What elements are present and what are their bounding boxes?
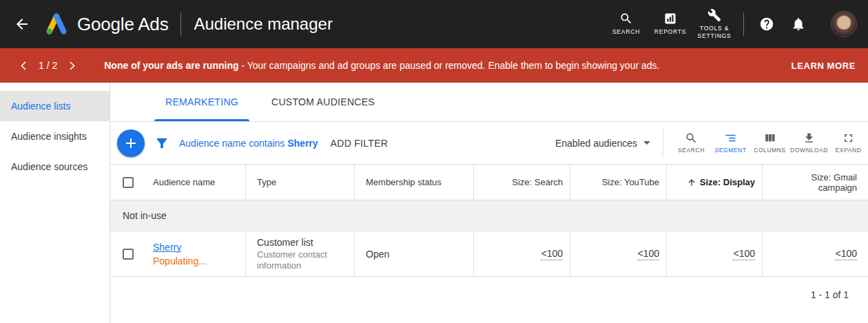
group-label: Not in-use xyxy=(123,210,167,221)
nav-search-button[interactable]: SEARCH xyxy=(604,12,648,36)
product-name: Google Ads xyxy=(77,14,168,35)
plus-icon xyxy=(123,135,139,152)
audience-view-dropdown[interactable]: Enabled audiences xyxy=(555,138,650,149)
bell-icon xyxy=(791,17,806,32)
table-expand-button[interactable]: EXPAND xyxy=(829,132,868,154)
nav-divider xyxy=(743,12,744,36)
table-segment-button[interactable]: SEGMENT xyxy=(711,132,750,154)
type-value: Customer list xyxy=(257,237,347,248)
banner-message: None of your ads are running - Your camp… xyxy=(104,60,659,71)
column-header-membership-status[interactable]: Membership status xyxy=(354,165,473,200)
membership-status-value: Open xyxy=(366,249,389,260)
view-dropdown-value: Enabled audiences xyxy=(555,138,637,149)
sort-ascending-icon xyxy=(687,178,696,187)
toolbar-divider xyxy=(663,129,663,158)
banner-message-bold: None of your ads are running xyxy=(104,60,238,71)
filter-label: Audience name contains xyxy=(179,138,285,149)
column-header-size-search[interactable]: Size: Search xyxy=(473,165,570,200)
page-title: Audience manager xyxy=(194,14,332,34)
active-filter-chip[interactable]: Audience name contains Sherry xyxy=(179,138,318,149)
banner-pager: 1 / 2 xyxy=(18,59,78,73)
download-icon xyxy=(803,132,816,145)
back-arrow-icon xyxy=(14,16,30,32)
cell-type: Customer list Customer contact informati… xyxy=(245,231,354,276)
sidebar-item-label: Audience insights xyxy=(11,131,87,142)
size-display-value: <100 xyxy=(733,248,755,260)
add-audience-button[interactable] xyxy=(117,129,145,157)
sidebar-item-label: Audience lists xyxy=(11,101,70,112)
help-icon xyxy=(759,17,774,32)
column-label[interactable]: Audience name xyxy=(153,177,215,187)
cell-size-youtube: <100 xyxy=(570,231,666,276)
tab-remarketing[interactable]: REMARKETING xyxy=(149,83,255,121)
cell-size-display: <100 xyxy=(666,231,762,276)
search-icon xyxy=(685,132,698,145)
type-stack: Customer list Customer contact informati… xyxy=(257,237,347,271)
column-label: Size: Display xyxy=(700,177,755,187)
table-search-button[interactable]: SEARCH xyxy=(672,132,711,154)
size-youtube-value: <100 xyxy=(637,248,659,260)
help-button[interactable] xyxy=(753,10,781,38)
select-all-checkbox[interactable] xyxy=(123,177,134,188)
cell-membership-status: Open xyxy=(354,231,473,276)
tab-bar: REMARKETING CUSTOM AUDIENCES xyxy=(110,83,868,122)
learn-more-link[interactable]: LEARN MORE xyxy=(792,61,856,71)
column-header-type[interactable]: Type xyxy=(245,165,354,200)
columns-icon xyxy=(763,132,776,145)
nav-reports-button[interactable]: REPORTS xyxy=(648,12,692,36)
table-header-row: Audience name Type Membership status Siz… xyxy=(110,165,868,200)
action-label: EXPAND xyxy=(836,147,862,154)
column-label: Size: YouTube xyxy=(602,177,659,187)
audience-name-stack: Sherry Populating... xyxy=(153,242,207,267)
expand-icon xyxy=(842,132,855,145)
group-row-not-in-use: Not in-use xyxy=(110,200,868,231)
column-header-audience-name: Audience name xyxy=(110,165,245,200)
chevron-left-icon[interactable] xyxy=(18,59,29,73)
row-checkbox[interactable] xyxy=(123,249,134,260)
column-header-size-youtube[interactable]: Size: YouTube xyxy=(570,165,666,200)
column-label: Size: Gmail campaign xyxy=(774,172,857,193)
table-download-button[interactable]: DOWNLOAD xyxy=(789,132,829,154)
sidebar-item-audience-sources[interactable]: Audience sources xyxy=(0,152,110,182)
column-label: Membership status xyxy=(366,177,442,187)
cell-size-search: <100 xyxy=(473,231,570,276)
action-label: SEARCH xyxy=(678,147,705,154)
table-footer: 1 - 1 of 1 xyxy=(110,277,868,313)
notifications-button[interactable] xyxy=(785,10,812,38)
size-search-value: <100 xyxy=(541,248,563,260)
filter-button[interactable] xyxy=(154,136,169,151)
chevron-down-icon xyxy=(643,141,650,145)
banner-page-indicator: 1 / 2 xyxy=(39,60,57,71)
header-divider xyxy=(180,12,181,36)
audience-name-link[interactable]: Sherry xyxy=(153,242,207,253)
column-header-size-gmail[interactable]: Size: Gmail campaign xyxy=(762,165,868,200)
avatar[interactable] xyxy=(831,11,857,37)
tab-custom-audiences[interactable]: CUSTOM AUDIENCES xyxy=(255,83,391,121)
size-gmail-value: <100 xyxy=(835,248,857,260)
audience-populating-status: Populating... xyxy=(153,256,207,267)
column-label: Type xyxy=(257,177,276,187)
reports-icon xyxy=(663,12,677,25)
search-icon xyxy=(619,12,633,25)
content-area: Audience lists Audience insights Audienc… xyxy=(0,83,868,323)
sidebar-item-audience-insights[interactable]: Audience insights xyxy=(0,121,110,152)
sidebar-item-audience-lists[interactable]: Audience lists xyxy=(0,91,110,121)
column-header-size-display[interactable]: Size: Display xyxy=(666,165,762,200)
sidebar: Audience lists Audience insights Audienc… xyxy=(0,83,110,323)
google-ads-logo[interactable] xyxy=(43,12,70,37)
type-detail: Customer contact information xyxy=(257,249,347,271)
nav-reports-label: REPORTS xyxy=(654,28,687,36)
top-app-bar: Google Ads Audience manager SEARCH REPOR… xyxy=(0,0,868,48)
chevron-right-icon[interactable] xyxy=(67,59,78,73)
table-columns-button[interactable]: COLUMNS xyxy=(750,132,789,154)
nav-tools-settings-button[interactable]: TOOLS & SETTINGS xyxy=(692,8,736,40)
banner-message-rest: - Your campaigns and ad groups are pause… xyxy=(241,60,659,71)
filter-funnel-icon xyxy=(154,136,169,151)
back-button[interactable] xyxy=(8,10,36,38)
table-row: Sherry Populating... Customer list Custo… xyxy=(110,231,868,277)
tab-label: CUSTOM AUDIENCES xyxy=(271,96,375,107)
column-label: Size: Search xyxy=(512,177,563,187)
main-panel: REMARKETING CUSTOM AUDIENCES Audience na… xyxy=(110,83,868,323)
alert-banner: 1 / 2 None of your ads are running - You… xyxy=(0,48,868,83)
add-filter-button[interactable]: ADD FILTER xyxy=(331,138,389,149)
